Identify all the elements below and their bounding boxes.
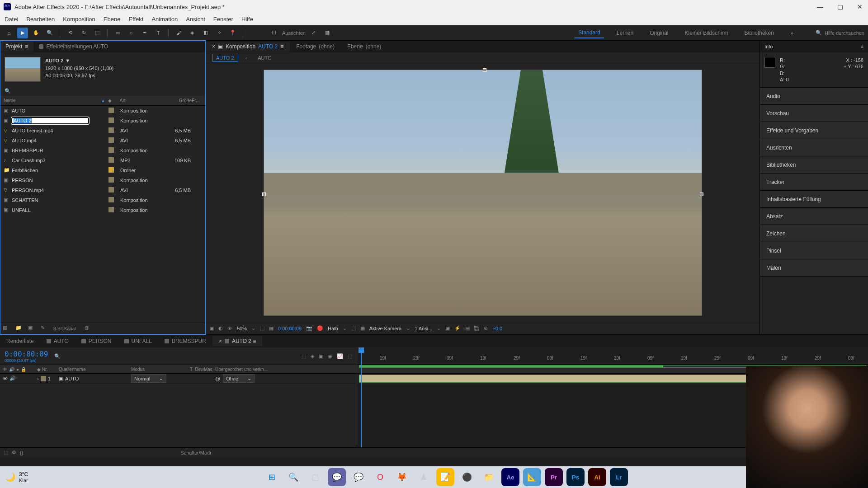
item-label[interactable] (108, 197, 114, 202)
taskbar-firefox[interactable]: 🦊 (393, 468, 411, 486)
viewer-time[interactable]: 0:00:00:09 (278, 326, 302, 331)
zoom-tool[interactable]: 🔍 (44, 28, 55, 38)
pixel-aspect-icon[interactable]: ▣ (445, 325, 450, 331)
side-panel-pinsel[interactable]: Pinsel (760, 242, 868, 259)
snapshot-icon[interactable]: 📷 (306, 325, 312, 331)
menu-bearbeiten[interactable]: Bearbeiten (26, 16, 55, 23)
project-item[interactable]: ▣AUTO Komposition (0, 106, 205, 116)
side-panel-ausrichten[interactable]: Ausrichten (760, 139, 868, 156)
hand-tool[interactable]: ✋ (31, 28, 42, 38)
channel-icon[interactable]: 🔴 (317, 325, 323, 331)
layer-mode-dropdown[interactable]: Normal⌄ (131, 374, 166, 383)
taskbar-taskview[interactable]: ▢ (306, 468, 324, 486)
timeline-tab-renderliste[interactable]: Renderliste (0, 336, 40, 346)
viewer-handle-left[interactable] (262, 192, 266, 196)
taskbar-opera[interactable]: O (371, 468, 389, 486)
always-preview-icon[interactable]: ▣ (209, 325, 214, 331)
layer-parent-dropdown[interactable]: Ohne⌄ (223, 374, 255, 383)
exposure[interactable]: +0,0 (492, 326, 502, 331)
tab-project[interactable]: Projekt ≡ (0, 42, 33, 52)
snap-grid[interactable]: ▦ (322, 28, 333, 38)
layer-name[interactable]: AUTO (65, 376, 79, 381)
clone-tool[interactable]: ◈ (187, 28, 198, 38)
res-toggle-icon[interactable]: ⬚ (260, 325, 264, 331)
schalter-modi[interactable]: Schalter/Modi (180, 450, 211, 455)
timeline-tab-person[interactable]: PERSON (75, 336, 118, 346)
res-dropdown-icon[interactable]: ⌄ (343, 325, 347, 331)
item-label[interactable] (108, 207, 114, 212)
timeline-tab-bremsspur[interactable]: BREMSSPUR (158, 336, 212, 346)
orbit-tool[interactable]: ⟲ (65, 28, 75, 38)
col-nr[interactable]: Nr. (42, 367, 48, 372)
col-type-header[interactable]: Art (120, 98, 165, 103)
project-item[interactable]: ▣SCHATTEN Komposition (0, 195, 205, 205)
minimize-button[interactable]: — (816, 2, 825, 11)
adjust-icon[interactable]: ✎ (41, 325, 49, 333)
side-panel-tracker[interactable]: Tracker (760, 174, 868, 191)
ellipse-tool[interactable]: ○ (126, 28, 137, 38)
side-panel-audio[interactable]: Audio (760, 88, 868, 105)
ebene-tab[interactable]: Ebene (ohne) (341, 42, 387, 52)
menu-ansicht[interactable]: Ansicht (186, 16, 205, 23)
menu-animation[interactable]: Animation (151, 16, 178, 23)
col-fr-header[interactable]: Fr... (192, 98, 205, 103)
taskbar-whatsapp[interactable]: 💬 (349, 468, 368, 486)
project-item[interactable]: 📁Farbflächen Ordner (0, 165, 205, 175)
timeline-tab-auto 2[interactable]: × AUTO 2 ≡ (212, 336, 262, 346)
speaker-header-icon[interactable]: 🔊 (9, 367, 14, 372)
new-folder-icon[interactable]: 📁 (15, 325, 24, 333)
menu-fenster[interactable]: Fenster (213, 16, 233, 23)
comp-thumbnail[interactable] (5, 57, 41, 82)
col-parent[interactable]: Übergeordnet und verkn... (215, 367, 288, 372)
viewer-handle-top[interactable] (483, 68, 486, 72)
views-dropdown-icon[interactable]: ⌄ (437, 325, 441, 331)
bit-depth[interactable]: 8-Bit-Kanal (53, 326, 75, 331)
roto-tool[interactable]: ✧ (214, 28, 225, 38)
taskbar-ps[interactable]: Ps (566, 468, 585, 486)
tl-brainstorm2-icon[interactable]: {} (20, 450, 23, 455)
camera-dropdown[interactable]: Aktive Kamera (369, 326, 402, 331)
project-item[interactable]: ▽AUTO bremst.mp4 AVI 6,5 MB (0, 126, 205, 136)
col-size-header[interactable]: Größe (165, 98, 192, 103)
taskbar-pr[interactable]: Pr (545, 468, 563, 486)
side-panel-absatz[interactable]: Absatz (760, 208, 868, 225)
footage-tab[interactable]: Footage (ohne) (290, 42, 341, 52)
comp-tab[interactable]: × ▣ Komposition AUTO 2 ≡ (206, 42, 290, 52)
fast-preview-icon[interactable]: ⚡ (454, 325, 461, 331)
mask-icon[interactable]: 👁 (227, 326, 232, 331)
tl-frame-blend-icon[interactable]: ▣ (319, 353, 323, 359)
close-button[interactable]: ✕ (855, 2, 864, 11)
layer-eye-icon[interactable]: 👁 (3, 376, 8, 381)
side-panel-inhaltsbasierte-füllung[interactable]: Inhaltsbasierte Füllung (760, 191, 868, 208)
project-item[interactable]: ▣PERSON Komposition (0, 175, 205, 185)
timeline-layer-row[interactable]: 👁 🔊 › 1 ▣ AUTO Normal⌄ @ O (0, 374, 357, 384)
workspace-bibliotheken[interactable]: Bibliotheken (741, 28, 778, 38)
side-panel-vorschau[interactable]: Vorschau (760, 105, 868, 122)
item-label[interactable] (108, 127, 114, 133)
menu-ebene[interactable]: Ebene (104, 16, 121, 23)
brush-tool[interactable]: 🖌 (173, 28, 184, 38)
project-item[interactable]: ▣BREMSSPUR Komposition (0, 145, 205, 155)
roi-icon[interactable]: ⬚ (351, 325, 356, 331)
item-label[interactable] (108, 108, 114, 113)
flowchart-icon[interactable]: ⿻ (474, 326, 479, 331)
sub-tab-parent[interactable]: AUTO (254, 54, 275, 61)
project-search[interactable]: 🔍 (5, 88, 201, 94)
layer-label[interactable] (41, 376, 46, 381)
tl-brainstorm-icon[interactable]: ⬚ (348, 353, 352, 359)
item-label[interactable] (108, 177, 114, 183)
timeline-search[interactable]: 🔍 (54, 353, 61, 359)
tl-graph-icon[interactable]: 📈 (337, 353, 343, 359)
timeline-timecode[interactable]: 0:00:00:09 (5, 350, 48, 358)
home-tool[interactable]: ⌂ (4, 28, 14, 38)
search-help-input[interactable]: Hilfe durchsuchen (825, 30, 864, 36)
lock-header-icon[interactable]: 🔒 (21, 367, 26, 372)
taskbar-ai[interactable]: Ai (588, 468, 606, 486)
workspace-lernen[interactable]: Lernen (613, 28, 637, 38)
zoom-dropdown-icon[interactable]: ⌄ (251, 325, 255, 331)
taskbar-search[interactable]: 🔍 (284, 468, 302, 486)
timeline-icon[interactable]: ▤ (465, 325, 470, 331)
item-label[interactable] (108, 167, 114, 173)
taskbar-app2[interactable]: 📝 (436, 468, 454, 486)
menu-hilfe[interactable]: Hilfe (241, 16, 253, 23)
